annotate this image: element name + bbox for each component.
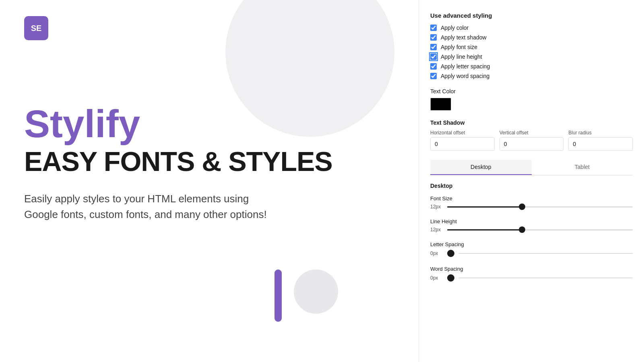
logo-badge: SE — [24, 16, 48, 40]
checkbox-label-apply-letter-spacing: Apply letter spacing — [441, 63, 490, 70]
blur-radius-input[interactable] — [568, 137, 633, 151]
brand-subtitle: EASY FONTS & STYLES — [24, 146, 394, 177]
checkbox-apply-color[interactable] — [430, 25, 437, 31]
shadow-fields: Horizontal offset Vertical offset Blur r… — [430, 130, 633, 151]
word-spacing-slider-row: 0px — [430, 274, 633, 282]
shadow-section: Text Shadow Horizontal offset Vertical o… — [430, 119, 633, 151]
font-size-label: Font Size — [430, 195, 633, 202]
desktop-section-title: Desktop — [430, 183, 633, 189]
letter-spacing-group: Letter Spacing 0px — [430, 241, 633, 257]
text-shadow-title: Text Shadow — [430, 119, 633, 126]
left-panel: SE Stylify EASY FONTS & STYLES Easily ap… — [0, 0, 419, 362]
blur-radius-label: Blur radius — [568, 130, 633, 136]
font-size-slider[interactable] — [447, 206, 633, 208]
advanced-styling-title: Use advanced styling — [430, 12, 633, 19]
main-content: Stylify EASY FONTS & STYLES Easily apply… — [24, 105, 394, 222]
line-height-slider[interactable] — [447, 229, 633, 230]
vertical-offset-input[interactable] — [500, 137, 564, 151]
font-size-slider-row: 12px — [430, 204, 633, 210]
color-section: Text Color — [430, 88, 633, 111]
checkbox-label-apply-line-height: Apply line height — [441, 53, 482, 60]
letter-spacing-label: Letter Spacing — [430, 241, 633, 247]
line-height-group: Line Height 12px — [430, 218, 633, 232]
checkbox-apply-line-height[interactable] — [430, 53, 437, 60]
deco-line — [275, 269, 282, 322]
shadow-field-blur: Blur radius — [568, 130, 633, 151]
word-spacing-value: 0px — [430, 275, 443, 281]
horizontal-offset-label: Horizontal offset — [430, 130, 495, 136]
checkbox-label-apply-word-spacing: Apply word spacing — [441, 73, 489, 79]
checkbox-label-apply-text-shadow: Apply text shadow — [441, 34, 487, 41]
checkbox-item-apply-letter-spacing[interactable]: Apply letter spacing — [430, 63, 633, 70]
horizontal-offset-input[interactable] — [430, 137, 495, 151]
checkbox-item-apply-color[interactable]: Apply color — [430, 25, 633, 31]
vertical-offset-label: Vertical offset — [500, 130, 564, 136]
text-color-label: Text Color — [430, 88, 633, 95]
letter-spacing-value: 0px — [430, 251, 443, 256]
checkbox-item-apply-font-size[interactable]: Apply font size — [430, 44, 633, 50]
line-height-label: Line Height — [430, 218, 633, 224]
line-height-slider-row: 12px — [430, 227, 633, 232]
line-height-value: 12px — [430, 227, 443, 232]
checkbox-item-apply-word-spacing[interactable]: Apply word spacing — [430, 73, 633, 79]
brand-title: Stylify — [24, 105, 394, 143]
checkbox-label-apply-font-size: Apply font size — [441, 44, 477, 50]
font-size-group: Font Size 12px — [430, 195, 633, 210]
word-spacing-group: Word Spacing 0px — [430, 266, 633, 282]
checkbox-item-apply-text-shadow[interactable]: Apply text shadow — [430, 34, 633, 41]
right-panel: Use advanced styling Apply color Apply t… — [419, 0, 644, 362]
shadow-field-vertical: Vertical offset — [500, 130, 564, 151]
checkbox-apply-text-shadow[interactable] — [430, 34, 437, 41]
checkbox-label-apply-color: Apply color — [441, 25, 469, 31]
text-color-swatch[interactable] — [430, 98, 451, 111]
letter-spacing-slider-row: 0px — [430, 250, 633, 257]
word-spacing-track — [458, 278, 633, 278]
deco-circle-small — [294, 269, 338, 314]
checkbox-item-apply-line-height[interactable]: Apply line height — [430, 53, 633, 60]
tabs: Desktop Tablet — [430, 160, 633, 175]
brand-description: Easily apply styles to your HTML element… — [24, 191, 282, 222]
letter-spacing-track — [458, 253, 633, 254]
tab-desktop[interactable]: Desktop — [430, 160, 532, 175]
word-spacing-label: Word Spacing — [430, 266, 633, 272]
checkbox-apply-letter-spacing[interactable] — [430, 63, 437, 70]
shadow-field-horizontal: Horizontal offset — [430, 130, 495, 151]
letter-spacing-thumb — [447, 250, 454, 257]
checkbox-list: Apply color Apply text shadow Apply font… — [430, 25, 633, 79]
tab-tablet[interactable]: Tablet — [532, 160, 633, 175]
font-size-value: 12px — [430, 204, 443, 210]
checkbox-apply-word-spacing[interactable] — [430, 73, 437, 79]
word-spacing-thumb — [447, 274, 454, 282]
checkbox-apply-font-size[interactable] — [430, 44, 437, 50]
